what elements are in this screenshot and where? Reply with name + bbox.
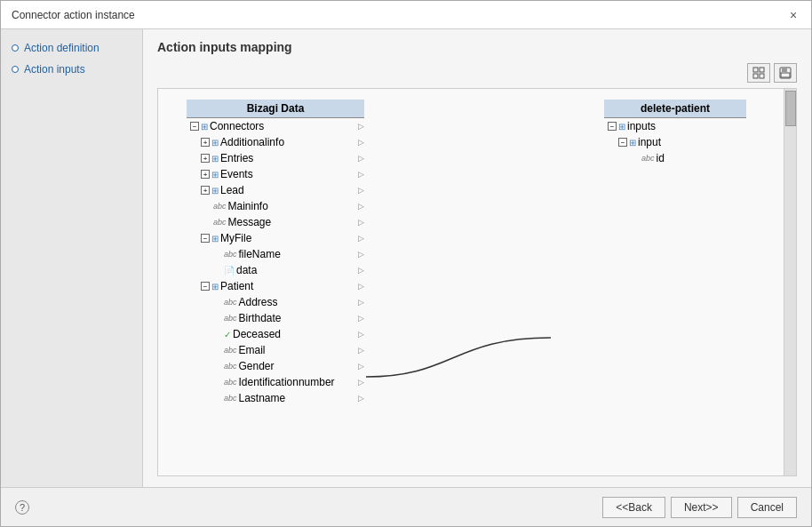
tree-row-address: abc Address ▷ xyxy=(187,294,364,310)
row-label: Maininfo xyxy=(228,200,268,212)
entity-file-icon: ⊞ xyxy=(211,234,219,244)
svg-rect-6 xyxy=(781,73,790,77)
tree-row-lead: + ⊞ Lead ▷ xyxy=(187,182,364,198)
footer: ? <<Back Next>> Cancel xyxy=(1,487,811,526)
expand-inputs[interactable]: − xyxy=(608,122,617,131)
tree-row-idnumber: abc Identificationnumber ▷ xyxy=(187,374,364,390)
tree-row-events: + ⊞ Events ▷ xyxy=(187,166,364,182)
expand-icon xyxy=(752,67,765,79)
arrow-icon: ▷ xyxy=(358,362,364,371)
abc-icon: abc xyxy=(224,394,237,403)
content-area: Action definition Action inputs Action i… xyxy=(1,29,811,487)
scroll-thumb[interactable] xyxy=(785,91,796,126)
arrow-icon: ▷ xyxy=(358,218,364,227)
delete-table-header: delete-patient xyxy=(604,100,746,118)
back-button[interactable]: <<Back xyxy=(602,497,665,518)
tree-row-email: abc Email ▷ xyxy=(187,342,364,358)
tree-row-entries: + ⊞ Entries ▷ xyxy=(187,150,364,166)
row-label: Address xyxy=(239,296,278,308)
tree-row-additionalinfo: + ⊞ Additionalinfo ▷ xyxy=(187,134,364,150)
footer-left: ? xyxy=(15,500,29,515)
arrow-icon: ▷ xyxy=(358,154,364,163)
arrow-icon: ▷ xyxy=(358,266,364,275)
row-label: Gender xyxy=(239,360,275,372)
svg-rect-5 xyxy=(782,68,787,72)
expand-connectors[interactable]: − xyxy=(190,122,199,131)
abc-icon: abc xyxy=(224,346,237,355)
entity-icon: ⊞ xyxy=(211,282,219,291)
abc-icon: abc xyxy=(224,250,237,259)
expand-entries[interactable]: + xyxy=(201,154,210,163)
delete-patient-table: delete-patient − ⊞ inputs − ⊞ xyxy=(604,100,746,166)
tree-row-id: abc id xyxy=(604,150,746,166)
abc-icon: abc xyxy=(224,378,237,387)
vertical-scrollbar[interactable] xyxy=(784,89,796,475)
row-label: data xyxy=(236,264,257,276)
tree-row-inputs: − ⊞ inputs xyxy=(604,118,746,134)
title-bar: Connector action instance × xyxy=(1,1,811,29)
dialog-title: Connector action instance xyxy=(12,9,135,21)
row-label: Entries xyxy=(220,152,253,164)
sidebar-item-action-definition[interactable]: Action definition xyxy=(8,40,135,56)
tree-row-deceased: ✓ Deceased ▷ xyxy=(187,326,364,342)
sidebar-item-action-inputs[interactable]: Action inputs xyxy=(8,61,135,77)
arrow-icon: ▷ xyxy=(358,202,364,211)
expand-additionalinfo[interactable]: + xyxy=(201,138,210,147)
arrow-icon: ▷ xyxy=(358,394,364,403)
svg-rect-3 xyxy=(760,74,764,78)
sidebar: Action definition Action inputs xyxy=(1,29,143,487)
expand-events[interactable]: + xyxy=(201,170,210,179)
tree-row-connectors: − ⊞ Connectors ▷ xyxy=(187,118,364,134)
expand-lead[interactable]: + xyxy=(201,186,210,195)
row-label: Email xyxy=(239,344,266,356)
save-icon xyxy=(779,67,792,79)
abc-icon: abc xyxy=(224,314,237,323)
entity-icon: ⊞ xyxy=(211,170,219,180)
row-label: Deceased xyxy=(233,328,281,340)
abc-icon: abc xyxy=(224,362,237,371)
expand-input[interactable]: − xyxy=(618,138,627,147)
row-label: Patient xyxy=(220,280,253,292)
tree-row-message: abc Message ▷ xyxy=(187,214,364,230)
entity-icon: ⊞ xyxy=(211,138,219,148)
expand-myfile[interactable]: − xyxy=(201,234,210,243)
abc-icon: abc xyxy=(213,218,227,227)
save-button[interactable] xyxy=(774,63,797,83)
svg-rect-0 xyxy=(753,68,758,72)
arrow-icon: ▷ xyxy=(358,330,364,339)
row-label: Message xyxy=(228,216,272,228)
main-area: Action inputs mapping xyxy=(143,29,811,487)
expand-patient[interactable]: − xyxy=(201,282,210,291)
sidebar-item-label: Action inputs xyxy=(24,63,85,76)
close-button[interactable]: × xyxy=(786,8,800,22)
connection-path-idnumber-id xyxy=(366,338,551,377)
row-label: inputs xyxy=(627,120,656,132)
entity-icon: ⊞ xyxy=(211,186,219,196)
arrow-icon: ▷ xyxy=(358,138,364,147)
bizagi-table: Bizagi Data − ⊞ Connectors ▷ + xyxy=(187,100,364,406)
tree-row-data: 📄 data ▷ xyxy=(187,262,364,278)
entity-icon: ⊞ xyxy=(629,138,636,148)
row-label: Lead xyxy=(220,184,244,196)
next-button[interactable]: Next>> xyxy=(671,497,732,518)
cancel-button[interactable]: Cancel xyxy=(737,497,797,518)
mapping-area: Bizagi Data − ⊞ Connectors ▷ + xyxy=(157,88,797,476)
arrow-icon: ▷ xyxy=(358,282,364,291)
row-label: Additionalinfo xyxy=(220,136,284,148)
row-label: MyFile xyxy=(220,232,251,244)
entity-icon: ⊞ xyxy=(618,122,625,132)
row-label: Lastname xyxy=(239,392,286,404)
expand-button[interactable] xyxy=(747,63,770,83)
tree-row-gender: abc Gender ▷ xyxy=(187,358,364,374)
help-button[interactable]: ? xyxy=(15,500,29,515)
tree-row-myfile: − ⊞ MyFile ▷ xyxy=(187,230,364,246)
row-label: fileName xyxy=(239,248,281,260)
row-label: Birthdate xyxy=(239,312,282,324)
tree-row-lastname: abc Lastname ▷ xyxy=(187,390,364,406)
arrow-icon: ▷ xyxy=(358,170,364,179)
bizagi-table-header: Bizagi Data xyxy=(187,100,364,118)
tree-row-patient: − ⊞ Patient ▷ xyxy=(187,278,364,294)
svg-rect-1 xyxy=(760,68,764,72)
row-label: input xyxy=(638,136,661,148)
connector-action-dialog: Connector action instance × Action defin… xyxy=(0,0,812,527)
